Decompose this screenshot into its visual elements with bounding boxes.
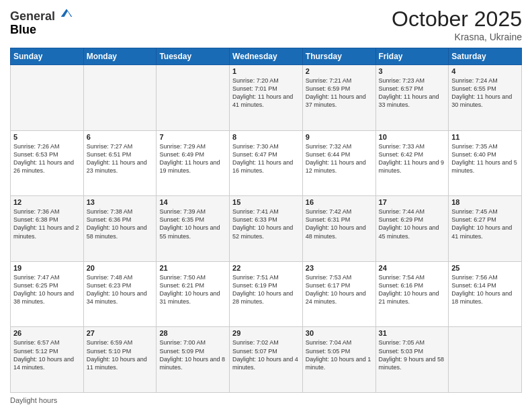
page: General Blue October 2025 Krasna, Ukrain… [0,0,532,411]
day-number: 9 [306,133,373,141]
cell-text: Sunrise: 7:20 AM Sunset: 7:01 PM Dayligh… [232,77,300,109]
cell-text: Sunrise: 7:36 AM Sunset: 6:38 PM Dayligh… [13,208,81,240]
day-number: 28 [159,329,226,337]
footer: Daylight hours [10,396,522,404]
calendar-cell: 27Sunrise: 6:59 AM Sunset: 5:10 PM Dayli… [83,327,157,393]
cell-text: Sunrise: 7:53 AM Sunset: 6:17 PM Dayligh… [306,273,373,306]
calendar-cell: 20Sunrise: 7:48 AM Sunset: 6:23 PM Dayli… [83,261,157,327]
day-number: 30 [306,329,373,337]
cell-text: Sunrise: 7:38 AM Sunset: 6:36 PM Dayligh… [87,208,154,240]
cell-text: Sunrise: 7:27 AM Sunset: 6:51 PM Dayligh… [87,142,154,175]
calendar-cell [11,65,84,131]
day-number: 19 [13,264,81,272]
day-number: 27 [87,329,154,337]
logo-icon [60,7,73,20]
calendar-cell [83,65,157,131]
calendar-table: SundayMondayTuesdayWednesdayThursdayFrid… [10,48,522,393]
day-number: 6 [87,133,154,141]
calendar-row-4: 26Sunrise: 6:57 AM Sunset: 5:12 PM Dayli… [11,327,522,393]
day-number: 12 [13,198,81,206]
calendar-cell: 28Sunrise: 7:00 AM Sunset: 5:09 PM Dayli… [157,327,230,393]
cell-text: Sunrise: 7:21 AM Sunset: 6:59 PM Dayligh… [306,77,373,109]
day-number: 23 [306,264,373,272]
cell-text: Sunrise: 7:26 AM Sunset: 6:53 PM Dayligh… [13,142,81,175]
cell-text: Sunrise: 7:02 AM Sunset: 5:07 PM Dayligh… [232,338,300,371]
calendar-cell: 15Sunrise: 7:41 AM Sunset: 6:33 PM Dayli… [230,196,303,262]
logo: General Blue [10,7,73,37]
calendar-cell: 18Sunrise: 7:45 AM Sunset: 6:27 PM Dayli… [449,196,522,262]
calendar-cell: 10Sunrise: 7:33 AM Sunset: 6:42 PM Dayli… [375,130,449,196]
calendar-cell: 26Sunrise: 6:57 AM Sunset: 5:12 PM Dayli… [11,327,84,393]
cell-text: Sunrise: 7:51 AM Sunset: 6:19 PM Dayligh… [232,273,300,306]
cell-text: Sunrise: 7:35 AM Sunset: 6:40 PM Dayligh… [451,142,519,175]
calendar-cell: 19Sunrise: 7:47 AM Sunset: 6:25 PM Dayli… [11,261,84,327]
cell-text: Sunrise: 7:42 AM Sunset: 6:31 PM Dayligh… [306,208,373,240]
calendar-cell: 7Sunrise: 7:29 AM Sunset: 6:49 PM Daylig… [157,130,230,196]
calendar-cell: 24Sunrise: 7:54 AM Sunset: 6:16 PM Dayli… [375,261,449,327]
day-number: 8 [232,133,300,141]
location: Krasna, Ukraine [392,32,522,42]
day-number: 4 [451,67,519,75]
day-number: 29 [232,329,300,337]
day-number: 18 [451,198,519,206]
weekday-header-saturday: Saturday [449,48,522,65]
cell-text: Sunrise: 7:29 AM Sunset: 6:49 PM Dayligh… [159,142,226,175]
calendar-cell: 25Sunrise: 7:56 AM Sunset: 6:14 PM Dayli… [449,261,522,327]
cell-text: Sunrise: 7:24 AM Sunset: 6:55 PM Dayligh… [451,77,519,109]
day-number: 21 [159,264,226,272]
title-block: October 2025 Krasna, Ukraine [392,7,522,42]
calendar-cell: 17Sunrise: 7:44 AM Sunset: 6:29 PM Dayli… [375,196,449,262]
weekday-header-row: SundayMondayTuesdayWednesdayThursdayFrid… [11,48,522,65]
cell-text: Sunrise: 7:48 AM Sunset: 6:23 PM Dayligh… [87,273,154,306]
calendar-cell: 11Sunrise: 7:35 AM Sunset: 6:40 PM Dayli… [449,130,522,196]
calendar-cell: 21Sunrise: 7:50 AM Sunset: 6:21 PM Dayli… [157,261,230,327]
calendar-cell: 12Sunrise: 7:36 AM Sunset: 6:38 PM Dayli… [11,196,84,262]
calendar-cell [157,65,230,131]
day-number: 24 [379,264,446,272]
day-number: 17 [379,198,446,206]
day-number: 7 [159,133,226,141]
day-number: 3 [379,67,446,75]
calendar-cell: 3Sunrise: 7:23 AM Sunset: 6:57 PM Daylig… [375,65,449,131]
cell-text: Sunrise: 7:45 AM Sunset: 6:27 PM Dayligh… [451,208,519,240]
cell-text: Sunrise: 6:57 AM Sunset: 5:12 PM Dayligh… [13,338,81,371]
weekday-header-wednesday: Wednesday [230,48,303,65]
month-title: October 2025 [392,7,522,32]
calendar-row-3: 19Sunrise: 7:47 AM Sunset: 6:25 PM Dayli… [11,261,522,327]
calendar-row-1: 5Sunrise: 7:26 AM Sunset: 6:53 PM Daylig… [11,130,522,196]
cell-text: Sunrise: 7:54 AM Sunset: 6:16 PM Dayligh… [379,273,446,306]
cell-text: Sunrise: 7:05 AM Sunset: 5:03 PM Dayligh… [379,338,446,371]
cell-text: Sunrise: 7:47 AM Sunset: 6:25 PM Dayligh… [13,273,81,306]
calendar-row-2: 12Sunrise: 7:36 AM Sunset: 6:38 PM Dayli… [11,196,522,262]
day-number: 11 [451,133,519,141]
calendar-row-0: 1Sunrise: 7:20 AM Sunset: 7:01 PM Daylig… [11,65,522,131]
weekday-header-friday: Friday [375,48,449,65]
cell-text: Sunrise: 7:04 AM Sunset: 5:05 PM Dayligh… [306,338,373,371]
calendar-cell: 4Sunrise: 7:24 AM Sunset: 6:55 PM Daylig… [449,65,522,131]
day-number: 13 [87,198,154,206]
calendar-cell: 2Sunrise: 7:21 AM Sunset: 6:59 PM Daylig… [302,65,375,131]
calendar-cell: 5Sunrise: 7:26 AM Sunset: 6:53 PM Daylig… [11,130,84,196]
day-number: 5 [13,133,81,141]
cell-text: Sunrise: 7:44 AM Sunset: 6:29 PM Dayligh… [379,208,446,240]
logo-blue: Blue [10,23,36,36]
day-number: 10 [379,133,446,141]
calendar-cell: 23Sunrise: 7:53 AM Sunset: 6:17 PM Dayli… [302,261,375,327]
cell-text: Sunrise: 6:59 AM Sunset: 5:10 PM Dayligh… [87,338,154,371]
calendar-cell [449,327,522,393]
cell-text: Sunrise: 7:00 AM Sunset: 5:09 PM Dayligh… [159,338,226,371]
cell-text: Sunrise: 7:39 AM Sunset: 6:35 PM Dayligh… [159,208,226,240]
calendar-cell: 9Sunrise: 7:32 AM Sunset: 6:44 PM Daylig… [302,130,375,196]
calendar-cell: 30Sunrise: 7:04 AM Sunset: 5:05 PM Dayli… [302,327,375,393]
calendar-cell: 31Sunrise: 7:05 AM Sunset: 5:03 PM Dayli… [375,327,449,393]
day-number: 2 [306,67,373,75]
day-number: 31 [379,329,446,337]
weekday-header-thursday: Thursday [302,48,375,65]
weekday-header-tuesday: Tuesday [157,48,230,65]
calendar-cell: 6Sunrise: 7:27 AM Sunset: 6:51 PM Daylig… [83,130,157,196]
weekday-header-monday: Monday [83,48,157,65]
cell-text: Sunrise: 7:23 AM Sunset: 6:57 PM Dayligh… [379,77,446,109]
calendar-cell: 29Sunrise: 7:02 AM Sunset: 5:07 PM Dayli… [230,327,303,393]
logo-general: General [10,9,55,23]
calendar-cell: 8Sunrise: 7:30 AM Sunset: 6:47 PM Daylig… [230,130,303,196]
